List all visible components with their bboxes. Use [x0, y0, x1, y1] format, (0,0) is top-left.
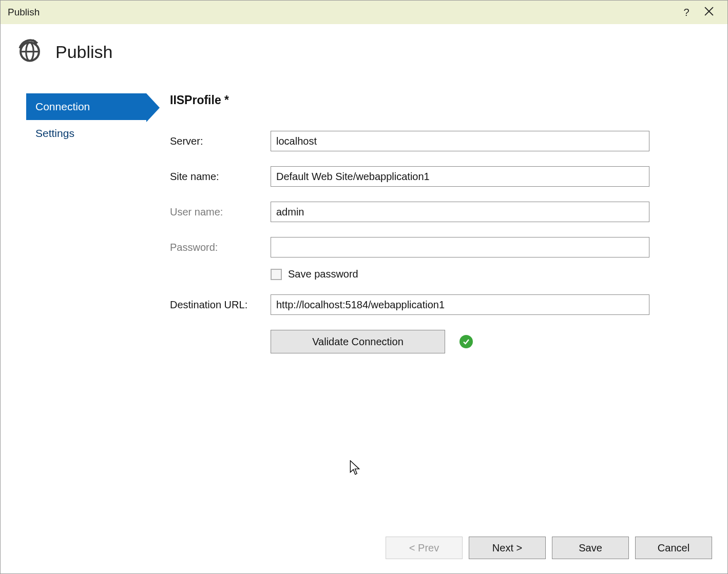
- page-header: Publish: [16, 37, 712, 67]
- site-name-label: Site name:: [170, 171, 271, 183]
- save-password-row: Save password: [271, 268, 712, 280]
- sidebar-item-label: Connection: [35, 101, 90, 112]
- sidebar-item-connection[interactable]: Connection: [26, 93, 146, 120]
- validate-connection-button[interactable]: Validate Connection: [271, 330, 445, 353]
- destination-url-input[interactable]: [271, 294, 649, 315]
- server-row: Server:: [170, 131, 712, 151]
- titlebar: Publish ?: [1, 1, 727, 24]
- site-name-input[interactable]: [271, 166, 649, 187]
- form-area: IISProfile * Server: Site name: User nam…: [170, 87, 712, 353]
- page-title: Publish: [55, 42, 113, 62]
- password-input[interactable]: [271, 237, 649, 258]
- prev-button: < Prev: [386, 537, 463, 559]
- window-title: Publish: [8, 7, 675, 18]
- save-password-label: Save password: [288, 268, 358, 280]
- validation-success-icon: [459, 335, 473, 348]
- server-label: Server:: [170, 135, 271, 147]
- close-icon: [704, 7, 714, 16]
- help-button[interactable]: ?: [675, 7, 698, 18]
- cancel-button[interactable]: Cancel: [635, 537, 712, 559]
- sidebar-item-label: Settings: [35, 127, 74, 139]
- dialog-content: Publish Connection Settings IISProfile *…: [1, 24, 727, 573]
- user-name-label: User name:: [170, 206, 271, 218]
- server-input[interactable]: [271, 131, 649, 151]
- dialog-footer: < Prev Next > Save Cancel: [386, 537, 712, 559]
- checkmark-icon: [462, 338, 470, 346]
- site-name-row: Site name:: [170, 166, 712, 187]
- validate-row: Validate Connection: [271, 330, 712, 353]
- destination-url-label: Destination URL:: [170, 299, 271, 311]
- user-name-row: User name:: [170, 202, 712, 222]
- next-button[interactable]: Next >: [469, 537, 546, 559]
- save-password-checkbox[interactable]: [271, 269, 282, 280]
- wizard-sidebar: Connection Settings: [16, 87, 170, 353]
- sidebar-item-settings[interactable]: Settings: [26, 120, 146, 147]
- password-row: Password:: [170, 237, 712, 258]
- password-label: Password:: [170, 242, 271, 253]
- destination-url-row: Destination URL:: [170, 294, 712, 315]
- globe-publish-icon: [16, 37, 43, 67]
- user-name-input[interactable]: [271, 202, 649, 222]
- save-button[interactable]: Save: [552, 537, 629, 559]
- profile-name: IISProfile *: [170, 93, 712, 107]
- mouse-cursor-icon: [350, 460, 361, 478]
- close-button[interactable]: [698, 7, 720, 18]
